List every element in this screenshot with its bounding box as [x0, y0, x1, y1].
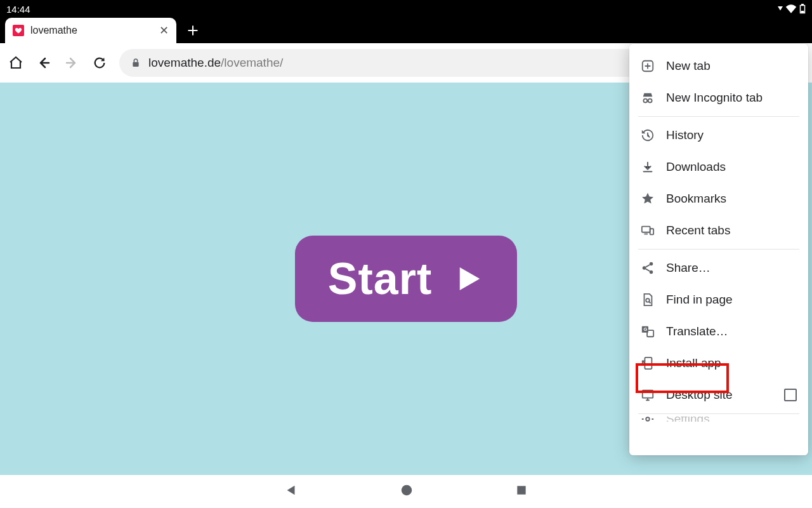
svg-point-11	[643, 266, 646, 270]
tab-title: lovemathe	[30, 25, 153, 36]
menu-label: Find in page	[666, 293, 733, 307]
desktop-icon	[641, 388, 655, 402]
menu-install-app[interactable]: Install app	[629, 347, 808, 379]
back-button[interactable]	[36, 55, 52, 71]
svg-rect-18	[643, 391, 653, 398]
menu-label: Bookmarks	[666, 192, 726, 206]
menu-incognito[interactable]: New Incognito tab	[629, 82, 808, 114]
svg-rect-2	[133, 62, 138, 67]
favicon	[13, 25, 24, 36]
menu-bookmarks[interactable]: Bookmarks	[629, 183, 808, 215]
svg-rect-9	[650, 229, 654, 234]
svg-rect-4	[517, 486, 525, 494]
battery-icon	[799, 4, 806, 14]
close-tab-icon[interactable]: ✕	[159, 25, 169, 36]
install-icon	[641, 356, 655, 370]
nav-recent-button[interactable]	[515, 484, 528, 499]
menu-settings[interactable]: Settings	[629, 417, 808, 422]
menu-label: History	[666, 128, 704, 142]
system-nav-bar	[0, 475, 812, 508]
menu-desktop-site[interactable]: Desktop site	[629, 379, 808, 411]
menu-share[interactable]: Share…	[629, 252, 808, 284]
menu-translate[interactable]: G Translate…	[629, 316, 808, 347]
find-in-page-icon	[641, 293, 655, 307]
status-time: 14:44	[6, 4, 30, 15]
svg-rect-17	[645, 358, 652, 369]
menu-find-in-page[interactable]: Find in page	[629, 284, 808, 316]
menu-downloads[interactable]: Downloads	[629, 151, 808, 183]
browser-tab[interactable]: lovemathe ✕	[5, 18, 176, 43]
menu-separator	[638, 413, 799, 414]
status-icons	[778, 4, 806, 14]
start-label: Start	[328, 253, 432, 304]
svg-point-12	[650, 271, 653, 274]
menu-label: Downloads	[666, 160, 726, 174]
url-text: lovemathe.de/lovemathe/	[148, 56, 283, 70]
svg-point-7	[648, 99, 652, 103]
menu-label: Recent tabs	[666, 224, 730, 237]
menu-recent-tabs[interactable]: Recent tabs	[629, 215, 808, 246]
menu-label: Settings	[666, 417, 710, 422]
tab-strip: lovemathe ✕	[0, 18, 812, 43]
svg-rect-8	[642, 227, 650, 232]
svg-point-10	[650, 262, 653, 266]
svg-point-6	[643, 99, 647, 103]
svg-text:G: G	[644, 326, 648, 332]
menu-label: Translate…	[666, 324, 728, 338]
history-icon	[641, 128, 655, 142]
nav-back-button[interactable]	[284, 483, 298, 500]
menu-label: Install app	[666, 356, 721, 370]
menu-history[interactable]: History	[629, 119, 808, 151]
desktop-checkbox[interactable]	[784, 389, 797, 401]
overflow-menu: New tab New Incognito tab History Downlo…	[629, 44, 808, 455]
svg-rect-0	[801, 4, 804, 5]
start-button[interactable]: Start	[295, 236, 517, 322]
menu-label: Desktop site	[666, 388, 733, 402]
gear-icon	[641, 417, 655, 422]
home-button[interactable]	[8, 55, 24, 71]
menu-separator	[638, 116, 799, 117]
status-bar: 14:44	[0, 0, 812, 18]
incognito-icon	[641, 91, 655, 105]
wifi-icon	[785, 4, 797, 13]
triangle-down-icon	[778, 6, 783, 11]
menu-label: New tab	[666, 59, 710, 73]
translate-icon: G	[641, 324, 655, 338]
menu-label: New Incognito tab	[666, 91, 763, 105]
nav-home-button[interactable]	[400, 483, 414, 500]
devices-icon	[641, 224, 655, 237]
new-tab-button[interactable]	[180, 18, 206, 43]
download-icon	[641, 160, 655, 174]
forward-button	[63, 55, 80, 71]
svg-point-3	[402, 485, 412, 496]
plus-square-icon	[641, 59, 655, 73]
share-icon	[641, 261, 655, 275]
play-icon	[450, 262, 484, 296]
lock-icon	[131, 58, 141, 68]
menu-label: Share…	[666, 261, 710, 275]
menu-separator	[638, 249, 799, 250]
svg-rect-1	[801, 11, 804, 13]
menu-new-tab[interactable]: New tab	[629, 50, 808, 82]
svg-point-19	[646, 417, 650, 421]
star-icon	[641, 192, 655, 206]
reload-button[interactable]	[91, 55, 108, 71]
